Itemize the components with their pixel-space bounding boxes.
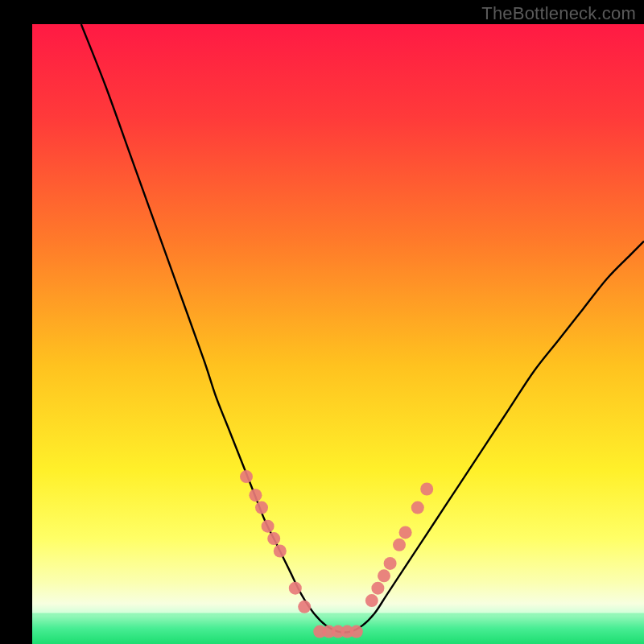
marker-dot [298,601,311,613]
valley-marker-group [313,625,363,638]
marker-dot [393,539,406,551]
chart-svg [32,24,644,644]
marker-dot [274,545,287,558]
marker-dot [399,526,412,539]
watermark-label: TheBottleneck.com [481,3,636,24]
marker-dot [255,502,268,514]
gradient-background [32,24,644,644]
marker-dot [420,483,433,496]
marker-dot [249,489,262,502]
chart-frame: TheBottleneck.com [0,0,644,644]
marker-dot [378,569,390,582]
marker-dot [384,557,397,570]
marker-dot [267,532,280,545]
marker-dot [365,594,378,607]
marker-dot [289,582,302,595]
marker-dot [350,625,363,638]
plot-area [32,24,644,644]
marker-dot [240,470,253,483]
marker-dot [371,582,384,595]
marker-dot [411,502,424,514]
marker-dot [262,520,275,533]
